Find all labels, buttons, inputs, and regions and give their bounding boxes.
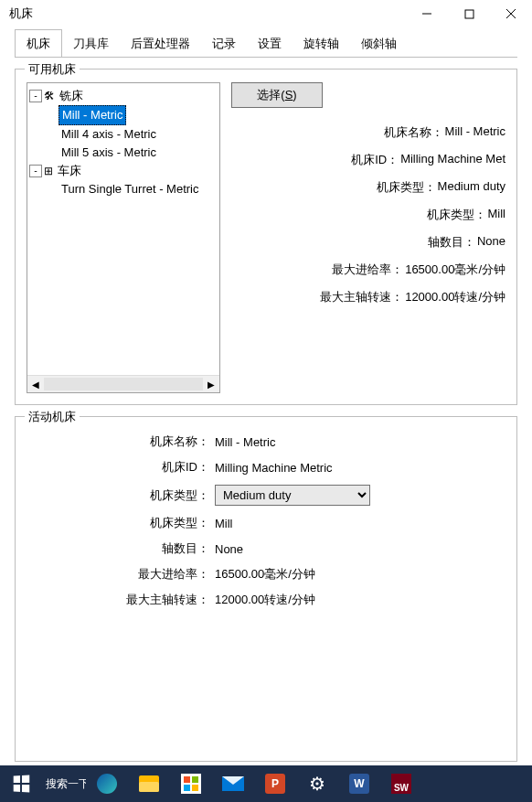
tab-record[interactable]: 记录 (201, 30, 247, 57)
info-label-id: 机床ID： (351, 152, 399, 168)
machine-tree[interactable]: - 🛠 铣床 Mill - Metric Mill 4 axis - Metri… (27, 82, 220, 393)
word-icon: W (349, 774, 369, 794)
info-label-spindle: 最大主轴转速： (320, 289, 403, 305)
machine-type-select[interactable]: Medium duty (215, 485, 370, 506)
scroll-right-icon[interactable]: ▶ (203, 380, 219, 390)
form-label-feed: 最大进给率： (27, 566, 215, 583)
start-button[interactable] (0, 765, 42, 802)
close-button[interactable] (490, 0, 532, 27)
select-button[interactable]: 选择(S) (231, 82, 323, 108)
tree-label: Mill 4 axis - Metric (59, 125, 159, 144)
form-label-id: 机床ID： (27, 459, 215, 476)
taskbar-edge[interactable] (86, 765, 128, 802)
active-machine-legend: 活动机床 (25, 409, 80, 425)
tree-item[interactable]: Mill - Metric (59, 105, 219, 125)
tab-post-processor[interactable]: 后置处理器 (120, 30, 201, 57)
form-label-kind: 机床类型： (27, 515, 215, 531)
info-value-name: Mill - Metric (445, 124, 505, 141)
info-value-type: Medium duty (438, 179, 505, 196)
collapse-icon[interactable]: - (29, 90, 42, 102)
taskbar: 搜索一下 P ⚙ W SW (0, 765, 532, 802)
tree-item[interactable]: Turn Single Turret - Metric (59, 180, 219, 198)
info-value-spindle: 12000.00转速/分钟 (405, 289, 505, 305)
content: 可用机床 - 🛠 铣床 Mill - Metric Mill 4 axis - … (0, 58, 532, 765)
form-label-type: 机床类型： (27, 487, 215, 504)
available-machines-group: 可用机床 - 🛠 铣床 Mill - Metric Mill 4 axis - … (15, 69, 517, 405)
info-value-axes: None (477, 234, 505, 251)
taskbar-explorer[interactable] (128, 765, 170, 802)
info-label-type: 机床类型： (377, 179, 436, 196)
taskbar-word[interactable]: W (338, 765, 380, 802)
tree-label: Mill - Metric (59, 105, 126, 125)
collapse-icon[interactable]: - (29, 165, 42, 177)
tree-body: - 🛠 铣床 Mill - Metric Mill 4 axis - Metri… (27, 83, 219, 375)
svg-rect-1 (465, 10, 473, 18)
tree-label: Turn Single Turret - Metric (59, 180, 202, 198)
form-label-name: 机床名称： (27, 433, 215, 450)
scroll-track[interactable] (44, 378, 203, 390)
taskbar-mail[interactable] (212, 765, 254, 802)
tab-tilt-axis[interactable]: 倾斜轴 (350, 30, 408, 57)
form-value-kind: Mill (215, 517, 233, 530)
minimize-button[interactable] (406, 0, 448, 27)
form-value-spindle: 12000.00转速/分钟 (215, 592, 315, 608)
form-value-feed: 16500.00毫米/分钟 (215, 566, 315, 583)
gear-icon: ⚙ (309, 773, 325, 795)
mail-icon (222, 776, 244, 791)
tab-tool-library[interactable]: 刀具库 (62, 30, 120, 57)
tree-node-lathe-group[interactable]: - ⊞ 车床 (29, 162, 219, 180)
tree-label: 车床 (55, 162, 84, 180)
form-label-spindle: 最大主轴转速： (27, 592, 215, 608)
store-icon (181, 774, 201, 794)
tab-settings[interactable]: 设置 (247, 30, 293, 57)
info-label-name: 机床名称： (384, 124, 443, 141)
form-value-id: Milling Machine Metric (215, 461, 333, 475)
available-machines-legend: 可用机床 (25, 61, 80, 78)
titlebar: 机床 (0, 0, 532, 27)
window-title: 机床 (9, 5, 406, 22)
tab-rotary-axis[interactable]: 旋转轴 (293, 30, 350, 57)
folder-icon (139, 775, 159, 792)
info-value-feed: 16500.00毫米/分钟 (405, 262, 505, 278)
horizontal-scrollbar[interactable]: ◀ ▶ (27, 375, 219, 392)
info-value-id: Milling Machine Met (400, 152, 505, 168)
form-value-name: Mill - Metric (215, 435, 275, 449)
info-rows: 机床名称：Mill - Metric 机床ID：Milling Machine … (231, 124, 505, 305)
tab-machine[interactable]: 机床 (15, 29, 62, 58)
tree-label: Mill 5 axis - Metric (59, 144, 159, 162)
scroll-left-icon[interactable]: ◀ (27, 380, 44, 390)
tree-label: 铣床 (57, 87, 86, 105)
machine-info-column: 选择(S) 机床名称：Mill - Metric 机床ID：Milling Ma… (231, 82, 505, 393)
solidworks-icon: SW (391, 774, 411, 794)
form-value-axes: None (215, 542, 243, 556)
window: 机床 机床 刀具库 后置处理器 记录 设置 旋转轴 倾斜轴 可用机床 - 🛠 铣… (0, 0, 532, 802)
maximize-button[interactable] (448, 0, 490, 27)
tree-item[interactable]: Mill 5 axis - Metric (59, 144, 219, 162)
taskbar-search[interactable]: 搜索一下 (42, 776, 86, 792)
taskbar-solidworks[interactable]: SW (380, 765, 422, 802)
powerpoint-icon: P (265, 774, 285, 794)
info-value-kind: Mill (488, 207, 506, 223)
taskbar-powerpoint[interactable]: P (254, 765, 296, 802)
tree-node-mill-group[interactable]: - 🛠 铣床 (29, 87, 219, 105)
info-label-feed: 最大进给率： (332, 262, 403, 278)
taskbar-settings[interactable]: ⚙ (296, 765, 338, 802)
active-machine-group: 活动机床 机床名称：Mill - Metric 机床ID：Milling Mac… (15, 416, 517, 762)
taskbar-store[interactable] (170, 765, 212, 802)
edge-icon (97, 774, 117, 794)
info-label-axes: 轴数目： (428, 234, 475, 251)
tabstrip: 机床 刀具库 后置处理器 记录 设置 旋转轴 倾斜轴 (0, 27, 532, 57)
tree-item[interactable]: Mill 4 axis - Metric (59, 125, 219, 144)
info-label-kind: 机床类型： (427, 207, 486, 223)
windows-icon (14, 775, 30, 792)
form-label-axes: 轴数目： (27, 540, 215, 557)
active-machine-form: 机床名称：Mill - Metric 机床ID：Milling Machine … (27, 433, 505, 608)
mill-icon: 🛠 (44, 87, 55, 105)
lathe-icon: ⊞ (44, 162, 53, 180)
